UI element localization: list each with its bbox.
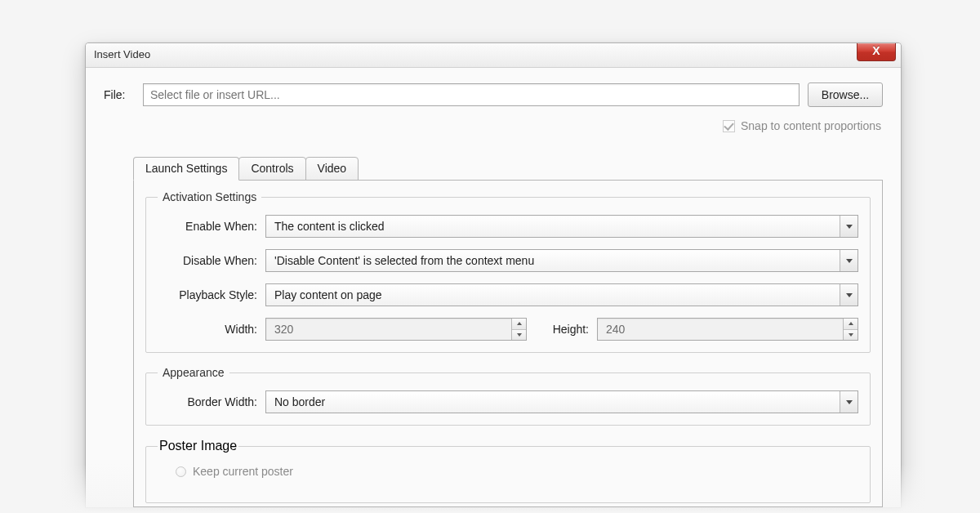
snap-label: Snap to content proportions	[741, 119, 881, 132]
activation-legend: Activation Settings	[158, 190, 261, 203]
border-width-select[interactable]: No border	[265, 390, 858, 413]
chevron-down-icon	[840, 284, 858, 306]
chevron-down-icon	[849, 333, 853, 337]
playback-style-value: Play content on page	[274, 288, 382, 301]
appearance-legend: Appearance	[158, 366, 229, 379]
enable-when-select[interactable]: The content is clicked	[265, 215, 858, 238]
enable-when-label: Enable When:	[158, 220, 265, 233]
playback-style-label: Playback Style:	[158, 288, 265, 301]
width-value: 320	[274, 323, 293, 336]
keep-current-poster-row: Keep current poster	[176, 465, 858, 478]
disable-when-row: Disable When: 'Disable Content' is selec…	[158, 249, 858, 272]
tab-video[interactable]: Video	[305, 157, 359, 181]
tab-controls[interactable]: Controls	[238, 157, 305, 181]
chevron-down-icon	[840, 391, 858, 413]
tab-panel-launch: Activation Settings Enable When: The con…	[133, 180, 883, 507]
width-spinner	[511, 319, 526, 340]
width-down-button[interactable]	[512, 330, 526, 341]
disable-when-select[interactable]: 'Disable Content' is selected from the c…	[265, 249, 858, 272]
width-stepper[interactable]: 320	[265, 318, 527, 341]
insert-video-dialog: Insert Video X File: Browse... Snap to c…	[85, 42, 902, 508]
tabs-container: Launch Settings Controls Video Activatio…	[133, 156, 883, 507]
chevron-up-icon	[517, 322, 522, 325]
keep-current-poster-label: Keep current poster	[193, 465, 293, 478]
border-width-row: Border Width: No border	[158, 390, 858, 413]
enable-when-row: Enable When: The content is clicked	[158, 215, 858, 238]
playback-style-row: Playback Style: Play content on page	[158, 283, 858, 306]
disable-when-label: Disable When:	[158, 254, 265, 267]
tabstrip: Launch Settings Controls Video	[133, 156, 883, 180]
file-row: File: Browse...	[104, 83, 883, 107]
height-up-button[interactable]	[844, 319, 858, 330]
snap-checkbox[interactable]	[723, 120, 735, 132]
width-label: Width:	[158, 323, 265, 336]
titlebar[interactable]: Insert Video X	[86, 43, 901, 68]
width-height-row: Width: 320 Height: 240	[158, 318, 858, 341]
chevron-down-icon	[840, 250, 858, 271]
chevron-up-icon	[849, 322, 853, 325]
border-width-label: Border Width:	[158, 395, 265, 408]
dialog-body: File: Browse... Snap to content proporti…	[86, 68, 901, 507]
height-spinner	[843, 319, 858, 340]
appearance-group: Appearance Border Width: No border	[145, 366, 871, 426]
tab-launch-settings[interactable]: Launch Settings	[133, 157, 239, 181]
height-stepper[interactable]: 240	[597, 318, 858, 341]
browse-button[interactable]: Browse...	[808, 83, 883, 107]
poster-legend: Poster Image	[158, 439, 238, 453]
file-label: File:	[104, 88, 135, 101]
poster-image-group: Poster Image Keep current poster	[145, 439, 871, 503]
border-width-value: No border	[274, 395, 325, 408]
activation-settings-group: Activation Settings Enable When: The con…	[145, 190, 871, 353]
height-label: Height:	[538, 323, 597, 336]
chevron-down-icon	[840, 216, 858, 237]
chevron-down-icon	[517, 333, 522, 337]
height-down-button[interactable]	[844, 330, 858, 341]
file-input[interactable]	[143, 83, 800, 106]
width-up-button[interactable]	[512, 319, 526, 330]
dialog-title: Insert Video	[94, 48, 150, 60]
close-icon: X	[872, 44, 880, 57]
keep-current-poster-radio[interactable]	[176, 466, 186, 477]
height-value: 240	[606, 323, 625, 336]
snap-row: Snap to content proportions	[104, 115, 883, 136]
playback-style-select[interactable]: Play content on page	[265, 283, 858, 306]
close-button[interactable]: X	[857, 43, 896, 61]
enable-when-value: The content is clicked	[274, 220, 385, 233]
disable-when-value: 'Disable Content' is selected from the c…	[274, 254, 534, 267]
